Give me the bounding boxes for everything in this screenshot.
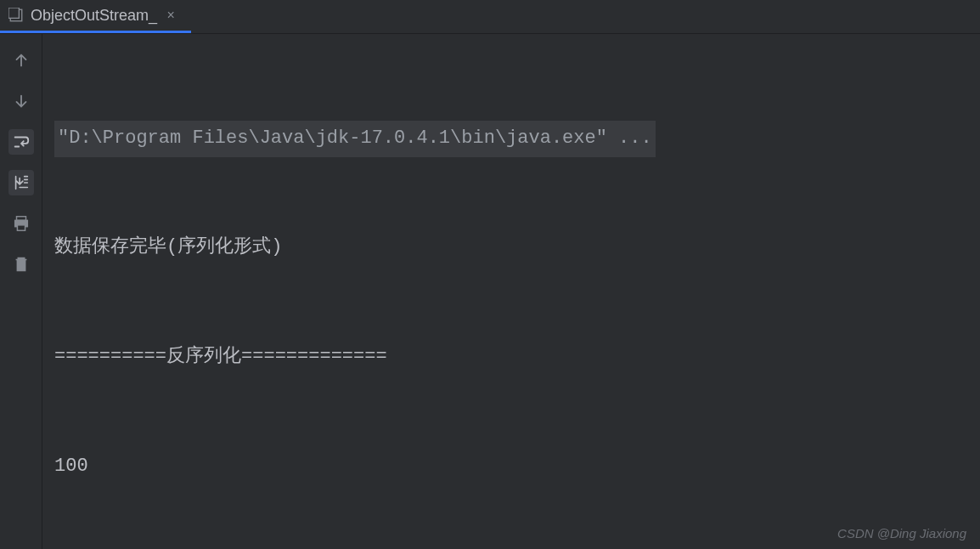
console-command: "D:\Program Files\Java\jdk-17.0.4.1\bin\… (54, 121, 656, 157)
svg-rect-4 (17, 225, 25, 230)
tab-label: ObjectOutStream_ (31, 7, 157, 25)
scroll-to-end-button[interactable] (8, 170, 34, 195)
watermark: CSDN @Ding Jiaxiong (837, 526, 966, 541)
scroll-up-button[interactable] (8, 48, 34, 73)
console-toolbar (0, 34, 42, 549)
console-line: ==========反序列化============= (54, 339, 968, 376)
scroll-down-button[interactable] (8, 88, 34, 114)
tab-objectoutstream[interactable]: ObjectOutStream_ × (0, 0, 191, 33)
clear-button[interactable] (8, 252, 34, 277)
content-area: "D:\Program Files\Java\jdk-17.0.4.1\bin\… (0, 34, 980, 549)
run-config-icon (8, 8, 24, 23)
tab-bar: ObjectOutStream_ × (0, 0, 980, 34)
console-output[interactable]: "D:\Program Files\Java\jdk-17.0.4.1\bin\… (42, 34, 980, 549)
console-line: 100 (54, 449, 968, 485)
print-button[interactable] (8, 211, 34, 236)
console-line: 数据保存完毕(序列化形式) (54, 229, 968, 266)
soft-wrap-button[interactable] (8, 129, 34, 155)
close-icon[interactable]: × (164, 8, 177, 22)
svg-rect-1 (8, 8, 19, 18)
